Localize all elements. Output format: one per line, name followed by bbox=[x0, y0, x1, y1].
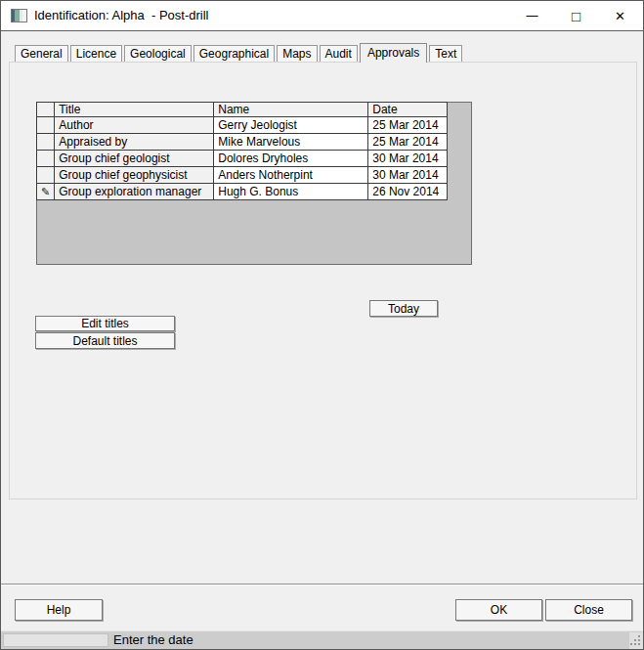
table-row: ✎ Group exploration manager Hugh G. Bonu… bbox=[37, 184, 448, 200]
tab-licence[interactable]: Licence bbox=[70, 45, 122, 62]
resize-grip[interactable] bbox=[629, 632, 643, 649]
column-header-title: Title bbox=[55, 103, 214, 117]
minimize-icon: — bbox=[527, 9, 538, 22]
statusbar-panel bbox=[3, 633, 108, 647]
tab-audit[interactable]: Audit bbox=[320, 45, 358, 62]
edit-titles-button[interactable]: Edit titles bbox=[35, 316, 175, 331]
approvals-table: Title Name Date Author Gerry Jeologist 2… bbox=[36, 102, 448, 200]
footer-separator bbox=[1, 584, 643, 585]
tab-maps[interactable]: Maps bbox=[277, 45, 317, 62]
column-header-name: Name bbox=[214, 103, 368, 117]
row-selector-cell[interactable] bbox=[37, 117, 55, 134]
cell-title[interactable]: Author bbox=[55, 117, 214, 134]
tab-general[interactable]: General bbox=[15, 45, 68, 62]
table-header-row: Title Name Date bbox=[37, 103, 448, 117]
dialog-close-button[interactable]: Close bbox=[545, 599, 632, 621]
edit-pencil-icon: ✎ bbox=[41, 186, 50, 197]
default-titles-button[interactable]: Default titles bbox=[35, 332, 175, 349]
cell-title[interactable]: Appraised by bbox=[55, 134, 214, 151]
table-row: Group chief geologist Dolores Dryholes 3… bbox=[37, 151, 448, 167]
maximize-button[interactable]: □ bbox=[554, 1, 598, 30]
cell-name[interactable]: Hugh G. Bonus bbox=[214, 184, 368, 200]
cell-date[interactable]: 25 Mar 2014 bbox=[368, 134, 448, 151]
tab-text[interactable]: Text bbox=[429, 45, 462, 62]
table-row: Author Gerry Jeologist 25 Mar 2014 bbox=[37, 117, 448, 134]
statusbar: Enter the date bbox=[1, 630, 643, 649]
header-row-selector bbox=[37, 103, 55, 117]
close-button[interactable]: ✕ bbox=[598, 1, 642, 30]
row-selector-cell[interactable] bbox=[37, 134, 55, 151]
window-title: Identification: Alpha - Post-drill bbox=[34, 8, 208, 22]
row-selector-cell[interactable] bbox=[37, 151, 55, 167]
cell-date[interactable]: 25 Mar 2014 bbox=[368, 117, 448, 134]
help-button[interactable]: Help bbox=[15, 599, 103, 621]
cell-title[interactable]: Group exploration manager bbox=[55, 184, 214, 200]
cell-title[interactable]: Group chief geologist bbox=[55, 151, 214, 167]
table-row: Group chief geophysicist Anders Notherpi… bbox=[37, 167, 448, 184]
column-header-date: Date bbox=[368, 103, 448, 117]
approvals-grid-area: Title Name Date Author Gerry Jeologist 2… bbox=[36, 102, 472, 265]
tab-geographical[interactable]: Geographical bbox=[193, 45, 275, 62]
cell-title[interactable]: Group chief geophysicist bbox=[55, 167, 214, 184]
cell-date[interactable]: 30 Mar 2014 bbox=[368, 167, 448, 184]
tab-bar: General Licence Geological Geographical … bbox=[15, 42, 464, 62]
tab-geological[interactable]: Geological bbox=[124, 45, 192, 62]
cell-name[interactable]: Mike Marvelous bbox=[214, 134, 368, 151]
cell-date[interactable]: 30 Mar 2014 bbox=[368, 151, 448, 167]
close-icon: ✕ bbox=[615, 9, 625, 23]
app-icon[interactable] bbox=[11, 9, 27, 22]
maximize-icon: □ bbox=[572, 8, 580, 24]
tab-approvals[interactable]: Approvals bbox=[360, 43, 427, 63]
cell-name[interactable]: Gerry Jeologist bbox=[214, 117, 368, 134]
dialog-window: Identification: Alpha - Post-drill — □ ✕… bbox=[0, 0, 644, 650]
statusbar-message: Enter the date bbox=[113, 631, 193, 649]
row-selector-cell[interactable] bbox=[37, 167, 55, 184]
titlebar[interactable]: Identification: Alpha - Post-drill — □ ✕ bbox=[1, 1, 643, 31]
ok-button[interactable]: OK bbox=[455, 599, 542, 621]
resize-grip-icon bbox=[638, 643, 640, 645]
cell-name[interactable]: Dolores Dryholes bbox=[214, 151, 368, 167]
row-selector-cell[interactable]: ✎ bbox=[37, 184, 55, 200]
minimize-button[interactable]: — bbox=[510, 1, 554, 30]
today-button[interactable]: Today bbox=[369, 300, 438, 317]
cell-name[interactable]: Anders Notherpint bbox=[214, 167, 368, 184]
table-row: Appraised by Mike Marvelous 25 Mar 2014 bbox=[37, 134, 448, 151]
cell-date[interactable]: 26 Nov 2014 bbox=[368, 184, 448, 200]
